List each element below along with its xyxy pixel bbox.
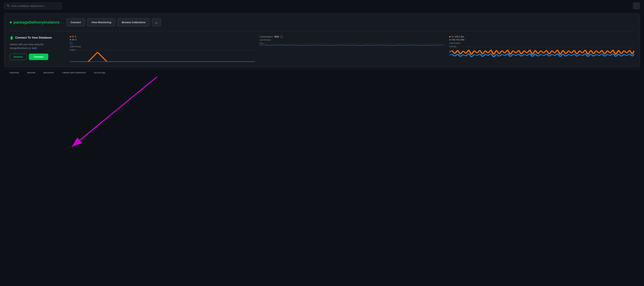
in-label: In — [452, 35, 454, 38]
content-area: Connect To Your Database Interact with y… — [10, 35, 634, 62]
connect-panel-header: Connect To Your Database — [10, 35, 64, 40]
ops-info-icon[interactable]: i — [70, 42, 72, 45]
network-legend: In 103.1 B/s Out 43.2 B/s — [449, 35, 634, 41]
network-subtitle: Last 6 hours — [449, 42, 634, 44]
ops-header: i — [70, 42, 255, 45]
svg-line-3 — [72, 77, 157, 147]
footer-version: VERSION — [10, 72, 19, 74]
connect-button[interactable]: Connect — [66, 18, 85, 26]
network-metric: In 103.1 B/s Out 43.2 B/s Last 6 hours 1… — [449, 35, 634, 62]
connect-green-button[interactable]: Connect — [29, 54, 48, 60]
in-dot — [449, 36, 450, 37]
ops-chart-svg — [70, 49, 255, 62]
write-dot — [70, 39, 71, 40]
mongo-leaf-icon — [10, 35, 14, 40]
connections-chart: 87.0 — [260, 42, 445, 56]
svg-rect-2 — [12, 39, 12, 40]
connections-info-icon[interactable]: i — [280, 35, 283, 38]
out-dot — [449, 39, 450, 40]
write-label: W — [72, 38, 74, 41]
footer-atlas-sql: ATLAS SQL — [94, 72, 106, 74]
view-monitoring-button[interactable]: View Monitoring — [87, 18, 116, 26]
metrics-area: R 0 W 0 i Last 6 hours — [70, 35, 634, 62]
operations-metric: R 0 W 0 i Last 6 hours — [70, 35, 255, 62]
connections-subtitle: Last 6 hours — [260, 39, 445, 41]
connect-buttons: Dismiss Connect — [10, 54, 64, 60]
write-value: 0 — [75, 38, 76, 41]
out-value: 43.2 B/s — [456, 38, 464, 41]
instance-name: packageDeliveryInstance — [14, 20, 60, 24]
status-dot — [10, 21, 12, 24]
browse-collections-button[interactable]: Browse Collections — [118, 18, 150, 26]
main-card: packageDeliveryInstance Connect View Mon… — [4, 13, 640, 68]
ops-subtitle: Last 6 hours — [70, 46, 255, 48]
connections-metric: Connections 70.0 i Last 6 hours 87.0 — [260, 35, 445, 62]
search-input[interactable] — [11, 4, 59, 7]
ops-legend: R 0 W 0 — [70, 35, 255, 41]
footer-region: REGION — [27, 72, 35, 74]
connect-panel-title: Connect To Your Database — [15, 36, 52, 40]
svg-line-1 — [8, 6, 9, 7]
connections-value: 70.0 — [274, 35, 279, 38]
ops-chart: 0.003/s — [70, 49, 255, 62]
write-legend-item: W 0 — [70, 38, 255, 41]
header-buttons: Connect View Monitoring Browse Collectio… — [66, 18, 161, 26]
footer-bar: VERSION REGION BACKUPS LINKED APP SERVIC… — [4, 69, 640, 76]
search-box[interactable] — [4, 2, 62, 9]
instance-name-row: packageDeliveryInstance — [10, 20, 60, 24]
connect-description: Interact with your data using the MongoD… — [10, 42, 64, 50]
read-legend-item: R 0 — [70, 35, 255, 38]
out-label: Out — [452, 38, 455, 41]
card-header: packageDeliveryInstance Connect View Mon… — [10, 18, 634, 26]
connect-panel: Connect To Your Database Interact with y… — [10, 35, 64, 60]
read-label: R — [72, 35, 74, 38]
footer-linked-app: LINKED APP SERVICES — [62, 72, 86, 74]
read-value: 0 — [75, 35, 76, 38]
shell-link[interactable]: shell — [32, 47, 36, 50]
in-legend-item: In 103.1 B/s — [449, 35, 634, 38]
connections-label: Connections — [260, 35, 273, 38]
connections-chart-svg — [260, 42, 445, 56]
out-legend-item: Out 43.2 B/s — [449, 38, 634, 41]
connections-header: Connections 70.0 i — [260, 35, 445, 38]
read-dot — [70, 36, 71, 37]
in-value: 103.1 B/s — [454, 35, 464, 38]
top-right-button[interactable] — [633, 2, 640, 9]
card-divider — [10, 31, 634, 31]
search-icon — [7, 4, 10, 7]
more-options-button[interactable]: ... — [152, 18, 161, 26]
network-chart: 145.8 B/s — [449, 46, 634, 59]
dismiss-button[interactable]: Dismiss — [10, 54, 27, 60]
network-chart-svg — [449, 46, 634, 59]
top-bar — [0, 0, 644, 12]
footer-backups: BACKUPS — [44, 72, 54, 74]
